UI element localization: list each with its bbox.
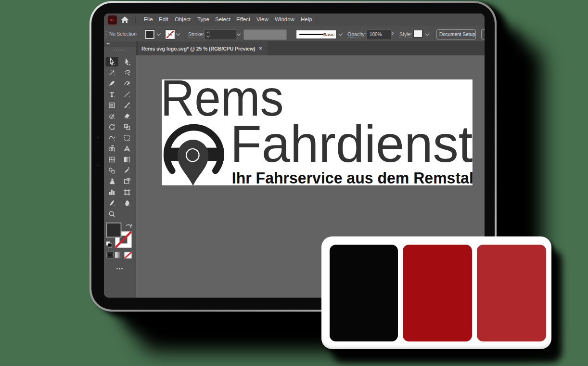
svg-text:Fahrdienst: Fahrdienst: [230, 115, 473, 172]
svg-text:Ihr Fahrservice aus dem Remsta: Ihr Fahrservice aus dem Remstal: [232, 169, 473, 186]
